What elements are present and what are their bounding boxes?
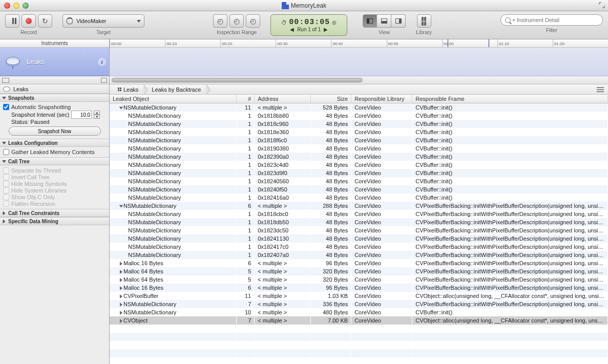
prev-run-button[interactable]: ◀ (290, 27, 294, 32)
fullscreen-icon[interactable] (599, 2, 605, 8)
col-size[interactable]: Size (310, 95, 351, 103)
calltree-option[interactable]: Hide Missing Symbols (3, 181, 106, 187)
col-address[interactable]: Address (255, 95, 310, 103)
table-row[interactable]: NSMutableDictionary10x1818f6c048 BytesCo… (110, 136, 608, 144)
library-button[interactable] (417, 14, 431, 28)
section-constraints[interactable]: Call Tree Constraints (0, 209, 109, 217)
timeline-ruler[interactable]: 00:0000:1000:2000:3000:4000:5001:0001:10… (110, 39, 608, 48)
calltree-option[interactable]: Hide System Libraries (3, 187, 106, 194)
disclosure-triangle-icon[interactable] (120, 294, 122, 298)
view-left-button[interactable] (363, 14, 377, 28)
cell: CVBuffer::init() (412, 161, 608, 169)
horizontal-scrollbar[interactable] (110, 76, 608, 84)
table-row[interactable]: CVObject7< multiple >7.00 KBCoreVideoCVO… (110, 316, 608, 325)
table-row[interactable]: NSMutableDictionary10x1818e36048 BytesCo… (110, 128, 608, 136)
table-row[interactable]: NSMutableDictionary10x1818bb8048 BytesCo… (110, 112, 608, 120)
table-row[interactable]: CVPixelBuffer11< multiple >1.03 KBCoreVi… (110, 292, 608, 300)
range-clear-button[interactable] (229, 14, 244, 28)
table-row[interactable]: NSMutableDictionary10x1818c96048 BytesCo… (110, 120, 608, 128)
playhead-marker[interactable] (489, 39, 489, 47)
cell: 528 Bytes (310, 103, 351, 112)
toolbar: Record VideoMaker Target Inspection Rang… (0, 11, 608, 39)
auto-snapshot-checkbox[interactable]: Automatic Snapshotting (3, 104, 106, 110)
disclosure-triangle-icon[interactable] (120, 311, 122, 315)
snapshot-now-button[interactable]: Snapshot Now (9, 126, 101, 136)
disclosure-triangle-icon[interactable] (120, 303, 122, 307)
table-row[interactable]: NSMutableDictionary10x182390a048 BytesCo… (110, 153, 608, 161)
crumb-leaks[interactable]: Leaks (110, 84, 143, 94)
gather-checkbox[interactable]: Gather Leaked Memory Contents (3, 149, 106, 155)
section-mining[interactable]: Specific Data Mining (0, 217, 109, 225)
table-wrap[interactable]: Leaked Object # Address Size Responsible… (110, 95, 608, 364)
calltree-option[interactable]: Separate by Thread (3, 167, 106, 174)
range-start-button[interactable] (213, 14, 227, 28)
section-call-tree[interactable]: Call Tree (0, 157, 109, 165)
next-run-button[interactable]: ▶ (324, 27, 328, 32)
col-count[interactable]: # (237, 95, 255, 103)
disclosure-triangle-icon[interactable] (120, 278, 122, 282)
table-row[interactable]: NSMutableDictionary11< multiple >528 Byt… (110, 103, 608, 112)
table-row[interactable]: Malloc 64 Bytes5< multiple >320 BytesCor… (110, 267, 608, 275)
disclosure-triangle-icon[interactable] (119, 205, 123, 207)
table-row[interactable]: NSMutableDictionary10x182417c048 BytesCo… (110, 243, 608, 251)
info-button[interactable]: i (98, 58, 106, 66)
clock-icon (250, 17, 256, 25)
view-bottom-button[interactable] (377, 14, 391, 28)
range-end-button[interactable] (246, 14, 260, 28)
cell: CVBuffer::init() (412, 136, 608, 144)
filter-input[interactable] (517, 17, 598, 23)
calltree-option[interactable]: Invert Call Tree (3, 174, 106, 180)
scrollbar-thumb[interactable] (112, 78, 363, 82)
table-row[interactable]: NSMutableDictionary10x1824056048 BytesCo… (110, 177, 608, 185)
pause-button[interactable] (5, 14, 19, 28)
menu-icon[interactable] (597, 86, 604, 93)
disclosure-triangle-icon[interactable] (119, 106, 123, 109)
table-row[interactable]: NSMutableDictionary10x182416a048 BytesCo… (110, 194, 608, 202)
table-row[interactable]: NSMutableDictionary7< multiple >336 Byte… (110, 300, 608, 308)
disclosure-triangle-icon[interactable] (120, 262, 122, 266)
target-select[interactable]: VideoMaker (62, 14, 144, 28)
table-row[interactable]: NSMutableDictionary10x1823dc5048 BytesCo… (110, 226, 608, 234)
table-row[interactable]: Malloc 64 Bytes5< multiple >320 BytesCor… (110, 275, 608, 284)
disclosure-triangle-icon[interactable] (120, 286, 122, 290)
interval-stepper[interactable]: ▲▼ (94, 111, 100, 119)
track-graph-area[interactable] (110, 48, 608, 76)
table-row[interactable]: NSMutableDictionary10x1819038048 BytesCo… (110, 144, 608, 153)
table-row[interactable]: Malloc 16 Bytes6< multiple >96 BytesCore… (110, 259, 608, 267)
table-row[interactable]: NSMutableDictionary10x1823d9f048 BytesCo… (110, 169, 608, 177)
calltree-option[interactable]: Flatten Recursion (3, 201, 106, 207)
col-object[interactable]: Leaked Object (110, 95, 237, 103)
view-right-button[interactable] (391, 14, 406, 28)
table-row[interactable]: NSMutableDictionary10< multiple >480 Byt… (110, 308, 608, 316)
interval-input[interactable] (71, 111, 92, 119)
table-row[interactable]: NSMutableDictionary10x182407a048 BytesCo… (110, 251, 608, 259)
section-leaks-config[interactable]: Leaks Configuration (0, 139, 109, 147)
calltree-option[interactable]: Show Obj-C Only (3, 194, 106, 200)
record-button[interactable] (22, 14, 36, 28)
table-row[interactable]: NSMutableDictionary10x1818db5048 BytesCo… (110, 218, 608, 226)
table-row[interactable]: NSMutableDictionary10x1823c4d048 BytesCo… (110, 161, 608, 169)
disclosure-triangle-icon[interactable] (120, 270, 122, 274)
leaks-track[interactable]: Leaks i (0, 48, 109, 76)
cell: 1 (237, 234, 255, 243)
cell: 11 (237, 292, 255, 300)
dropdown-icon[interactable]: ▾ (513, 18, 515, 23)
table-row[interactable]: NSMutableDictionary10x1824113048 BytesCo… (110, 234, 608, 243)
view-mode-icon[interactable] (2, 78, 9, 83)
add-track-icon[interactable] (101, 78, 107, 83)
table-row[interactable]: Malloc 16 Bytes6< multiple >96 BytesCore… (110, 284, 608, 292)
view-label: View (379, 30, 390, 35)
disclosure-triangle-icon[interactable] (120, 319, 122, 323)
playhead-marker[interactable] (448, 39, 448, 47)
loop-button[interactable] (38, 14, 52, 28)
filter-search[interactable]: ▾ (500, 14, 603, 26)
section-snapshots[interactable]: Snapshots (0, 94, 109, 102)
col-library[interactable]: Responsible Library (351, 95, 412, 103)
col-frame[interactable]: Responsible Frame (412, 95, 608, 103)
cell: < multiple > (255, 275, 310, 284)
crumb-backtrace[interactable]: Leaks by Backtrace (143, 84, 206, 94)
table-row[interactable]: NSMutableDictionary10x18240f5048 BytesCo… (110, 185, 608, 194)
table-row[interactable]: NSMutableDictionary6< multiple >288 Byte… (110, 202, 608, 210)
table-row[interactable]: NSMutableDictionary10x1818cbc048 BytesCo… (110, 210, 608, 218)
run-display: ⏱ 00:03:05 ◎ ◀ Run 1 of 1 ▶ (270, 14, 347, 36)
